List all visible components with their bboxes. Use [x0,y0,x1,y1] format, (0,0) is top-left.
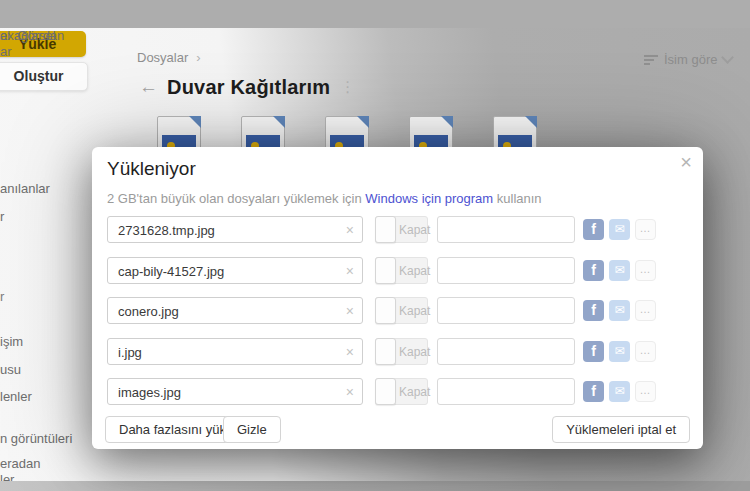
back-arrow-icon[interactable]: ← [139,74,158,100]
chevron-down-icon [722,51,735,64]
mail-share-button[interactable]: ✉ [609,260,630,281]
share-link-field[interactable] [437,297,575,324]
toggle-label: Kapat [399,264,430,278]
filename-text: images.jpg [118,385,181,400]
upload-dialog: × Yükleniyor 2 GB'tan büyük olan dosyala… [92,147,703,449]
create-button[interactable]: Oluştur [0,62,88,91]
upload-row: 2731628.tmp.jpg × Kapat f ✉ … [92,216,703,243]
filename-field[interactable]: i.jpg × [107,338,363,365]
toggle-knob[interactable] [375,297,396,324]
sidebar-item[interactable]: usu [0,362,21,378]
facebook-share-button[interactable]: f [583,219,604,240]
remove-file-icon[interactable]: × [346,222,354,238]
note-prefix: 2 GB'tan büyük olan dosyaları yüklemek i… [107,191,365,206]
breadcrumb[interactable]: Dosyalar› [137,50,201,65]
filename-text: cap-bily-41527.jpg [118,264,224,279]
more-share-button[interactable]: … [635,219,656,240]
more-share-button[interactable]: … [635,260,656,281]
share-link-field[interactable] [437,338,575,365]
cancel-uploads-button[interactable]: Yüklemeleri iptal et [552,416,690,443]
mail-share-button[interactable]: ✉ [609,219,630,240]
more-share-button[interactable]: … [635,300,656,321]
facebook-share-button[interactable]: f [583,381,604,402]
note-suffix: kullanın [493,191,541,206]
dialog-note: 2 GB'tan büyük olan dosyaları yüklemek i… [107,191,542,206]
sidebar-item[interactable]: işim [0,334,23,350]
public-link-toggle[interactable]: Kapat [375,297,428,324]
toggle-knob[interactable] [375,216,396,243]
mail-share-button[interactable]: ✉ [609,381,630,402]
toggle-label: Kapat [399,304,430,318]
toggle-label: Kapat [399,345,430,359]
breadcrumb-link[interactable]: Dosyalar [137,50,188,65]
upload-row: cap-bily-41527.jpg × Kapat f ✉ … [92,257,703,284]
sidebar-item[interactable]: r [0,209,4,225]
filename-text: 2731628.tmp.jpg [118,223,215,238]
mail-share-button[interactable]: ✉ [609,300,630,321]
windows-program-link[interactable]: Windows için program [365,191,493,206]
filename-field[interactable]: images.jpg × [107,378,363,405]
remove-file-icon[interactable]: × [346,263,354,279]
file-fold-corner [525,116,537,128]
facebook-share-button[interactable]: f [583,341,604,362]
public-link-toggle[interactable]: Kapat [375,257,428,284]
public-link-toggle[interactable]: Kapat [375,216,428,243]
toggle-knob[interactable] [375,257,396,284]
toggle-knob[interactable] [375,338,396,365]
public-link-toggle[interactable]: Kapat [375,378,428,405]
file-fold-corner [357,116,369,128]
upload-row: i.jpg × Kapat f ✉ … [92,338,703,365]
toggle-knob[interactable] [375,378,396,405]
breadcrumb-chevron-icon: › [196,50,200,65]
window-bottom-band [0,481,750,491]
hide-button[interactable]: Gizle [223,416,281,443]
folder-title-row: ← Duvar Kağıtlarım ⋮ [139,74,355,100]
filename-field[interactable]: 2731628.tmp.jpg × [107,216,363,243]
filename-text: i.jpg [118,345,142,360]
public-link-toggle[interactable]: Kapat [375,338,428,365]
window-top-band [0,0,750,28]
upload-row: conero.jpg × Kapat f ✉ … [92,297,703,324]
facebook-share-button[interactable]: f [583,300,604,321]
share-link-field[interactable] [437,257,575,284]
remove-file-icon[interactable]: × [346,344,354,360]
mail-share-button[interactable]: ✉ [609,341,630,362]
sort-control[interactable]: İsim göre [644,52,732,67]
remove-file-icon[interactable]: × [346,384,354,400]
filename-text: conero.jpg [118,304,179,319]
filename-field[interactable]: cap-bily-41527.jpg × [107,257,363,284]
share-link-field[interactable] [437,216,575,243]
file-fold-corner [441,116,453,128]
more-share-button[interactable]: … [635,381,656,402]
page-title: Duvar Kağıtlarım [167,76,330,99]
toggle-label: Kapat [399,223,430,237]
sort-label: İsim göre [664,52,717,67]
remove-file-icon[interactable]: × [346,303,354,319]
toggle-label: Kapat [399,385,430,399]
facebook-share-button[interactable]: f [583,260,604,281]
close-icon[interactable]: × [680,151,692,173]
sort-icon [644,55,658,65]
share-link-field[interactable] [437,378,575,405]
dialog-title: Yükleniyor [107,158,196,180]
sidebar-item[interactable]: lenler [0,389,32,405]
sidebar-item[interactable]: al ağlardan ar [0,28,64,60]
file-fold-corner [273,116,285,128]
filename-field[interactable]: conero.jpg × [107,297,363,324]
kebab-menu-icon[interactable]: ⋮ [340,74,355,100]
file-fold-corner [189,116,201,128]
sidebar-item[interactable]: r [0,289,4,305]
sidebar-item[interactable]: anılanlar [0,181,50,197]
sidebar-item[interactable]: n görüntüleri [0,431,72,447]
upload-row: images.jpg × Kapat f ✉ … [92,378,703,405]
more-share-button[interactable]: … [635,341,656,362]
